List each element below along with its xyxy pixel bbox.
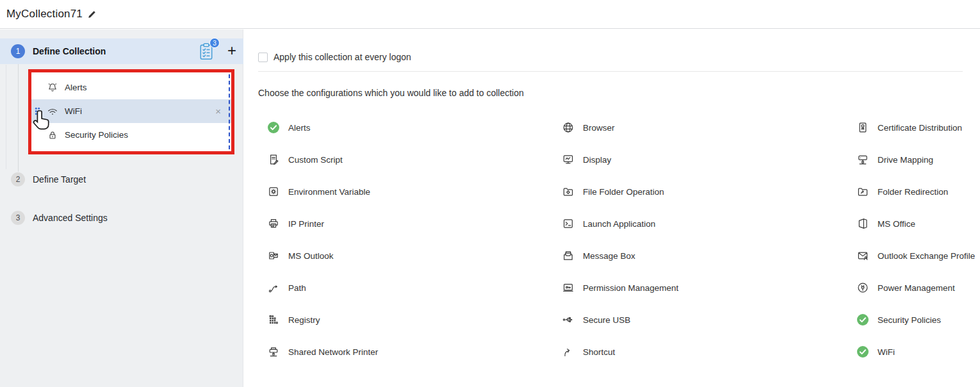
choose-configurations-heading: Choose the configurations which you woul… — [258, 88, 524, 98]
sidebar-collection-item-security-policies[interactable]: Security Policies — [31, 123, 231, 147]
power-management-icon — [856, 281, 869, 294]
configuration-option-message-box[interactable]: Message Box — [553, 240, 847, 272]
secure-usb-icon — [562, 313, 575, 326]
shared-network-printer-icon — [267, 345, 280, 358]
sidebar-collection-item-alerts[interactable]: Alerts — [31, 76, 231, 99]
step-label: Advanced Settings — [33, 213, 108, 223]
ms-office-icon — [856, 217, 869, 230]
configuration-label: Environment Variable — [288, 187, 370, 197]
step-number-badge: 3 — [11, 211, 25, 225]
configuration-label: WiFi — [878, 347, 895, 357]
step-number-badge: 2 — [11, 172, 25, 186]
configuration-label: IP Printer — [288, 219, 324, 229]
drive-mapping-icon — [856, 153, 869, 166]
apply-logon-row: Apply this collection at every logon — [258, 52, 411, 62]
shortcut-icon — [562, 345, 575, 358]
configurations-list-button[interactable]: 3 — [199, 42, 214, 60]
step-label: Define Collection — [33, 46, 106, 56]
configuration-label: Drive Mapping — [878, 155, 933, 165]
configuration-option-secure-usb[interactable]: Secure USB — [553, 304, 847, 336]
configuration-option-registry[interactable]: Registry — [258, 304, 553, 336]
configuration-label: Custom Script — [288, 155, 343, 165]
configuration-label: Certificate Distribution — [878, 123, 962, 133]
collection-item-label: WiFi — [65, 106, 82, 116]
drag-drop-indicator-line — [229, 74, 230, 149]
configuration-option-ms-office[interactable]: MS Office — [847, 208, 980, 240]
configuration-option-path[interactable]: Path — [258, 272, 553, 304]
sidebar-divider-line — [6, 65, 6, 169]
browser-icon — [562, 121, 575, 134]
configuration-option-security-policies[interactable]: Security Policies — [847, 304, 980, 336]
configuration-option-shared-network-printer[interactable]: Shared Network Printer — [258, 336, 553, 368]
configuration-option-wifi[interactable]: WiFi — [847, 336, 980, 368]
configuration-option-environment-variable[interactable]: Environment Variable — [258, 176, 553, 208]
configuration-option-browser[interactable]: Browser — [553, 111, 847, 144]
configuration-option-ip-printer[interactable]: IP Printer — [258, 208, 553, 240]
configuration-option-ms-outlook[interactable]: MS Outlook — [258, 240, 553, 272]
configuration-option-launch-application[interactable]: Launch Application — [553, 208, 847, 240]
configuration-label: Launch Application — [583, 219, 655, 229]
step-define-collection[interactable]: 1 Define Collection 3 + — [0, 38, 243, 64]
added-check-icon — [856, 345, 869, 358]
add-configuration-button[interactable]: + — [227, 41, 236, 60]
configuration-label: Path — [288, 283, 306, 293]
sidebar-collection-item-wifi[interactable]: WiFi × — [31, 99, 231, 123]
page-title: MyCollection71 — [6, 8, 83, 21]
permission-management-icon — [562, 281, 575, 294]
steps-sidebar: 1 Define Collection 3 + Alerts — [0, 29, 243, 387]
launch-application-icon — [562, 217, 575, 230]
collection-item-label: Security Policies — [65, 130, 128, 140]
step-define-target[interactable]: 2 Define Target — [0, 172, 86, 186]
path-icon — [267, 281, 280, 294]
environment-variable-icon — [267, 185, 280, 198]
added-check-icon — [267, 121, 280, 134]
configuration-option-certificate-distribution[interactable]: Certificate Distribution — [847, 111, 980, 144]
configuration-option-shortcut[interactable]: Shortcut — [553, 336, 847, 368]
collection-items-list: Alerts WiFi × Security Policies — [31, 76, 231, 147]
configuration-label: Alerts — [288, 123, 311, 133]
configuration-option-permission-management[interactable]: Permission Management — [553, 272, 847, 304]
collection-editor-page: MyCollection71 1 Define Collection 3 + — [0, 0, 980, 387]
collection-item-label: Alerts — [65, 83, 87, 92]
configuration-label: Shortcut — [583, 347, 615, 357]
configuration-label: MS Office — [878, 219, 915, 229]
configuration-label: Security Policies — [878, 315, 941, 325]
configuration-label: Secure USB — [583, 315, 630, 325]
title-bar: MyCollection71 — [0, 0, 980, 29]
configuration-label: MS Outlook — [288, 251, 334, 261]
outlook-exchange-profile-icon — [856, 249, 869, 262]
display-icon — [562, 153, 575, 166]
configuration-option-folder-redirection[interactable]: Folder Redirection — [847, 176, 980, 208]
configuration-label: Browser — [583, 123, 615, 133]
folder-redirection-icon — [856, 185, 869, 198]
step-label: Define Target — [33, 174, 86, 185]
configuration-label: Message Box — [583, 251, 635, 261]
certificate-icon — [856, 121, 869, 134]
edit-title-pencil-icon[interactable] — [87, 10, 97, 19]
bell-icon — [47, 82, 58, 94]
configuration-option-power-management[interactable]: Power Management — [847, 272, 980, 304]
configuration-label: Outlook Exchange Profile — [878, 251, 975, 261]
configuration-option-outlook-exchange-profile[interactable]: Outlook Exchange Profile — [847, 240, 980, 272]
define-collection-panel: Apply this collection at every logon Cho… — [244, 29, 980, 387]
configuration-option-alerts[interactable]: Alerts — [258, 111, 553, 144]
file-folder-operation-icon — [562, 185, 575, 198]
remove-item-close-icon[interactable]: × — [215, 106, 221, 117]
ms-outlook-icon — [267, 249, 280, 262]
configuration-option-custom-script[interactable]: Custom Script — [258, 144, 553, 176]
configuration-label: File Folder Operation — [583, 187, 664, 197]
configuration-label: Shared Network Printer — [288, 347, 378, 357]
configuration-option-file-folder-operation[interactable]: File Folder Operation — [553, 176, 847, 208]
configuration-label: Power Management — [878, 283, 955, 293]
message-box-icon — [562, 249, 575, 262]
configuration-label: Display — [583, 155, 611, 165]
configurations-grid: Alerts Browser Certificate Distribution … — [258, 111, 980, 368]
registry-icon — [267, 313, 280, 326]
annotation-highlight-box: Alerts WiFi × Security Policies — [28, 69, 234, 154]
configuration-option-display[interactable]: Display — [553, 144, 847, 176]
configuration-option-drive-mapping[interactable]: Drive Mapping — [847, 144, 980, 176]
apply-logon-checkbox[interactable] — [258, 53, 268, 62]
step-number-badge: 1 — [11, 44, 25, 58]
step-advanced-settings[interactable]: 3 Advanced Settings — [0, 211, 108, 225]
added-check-icon — [856, 313, 869, 326]
